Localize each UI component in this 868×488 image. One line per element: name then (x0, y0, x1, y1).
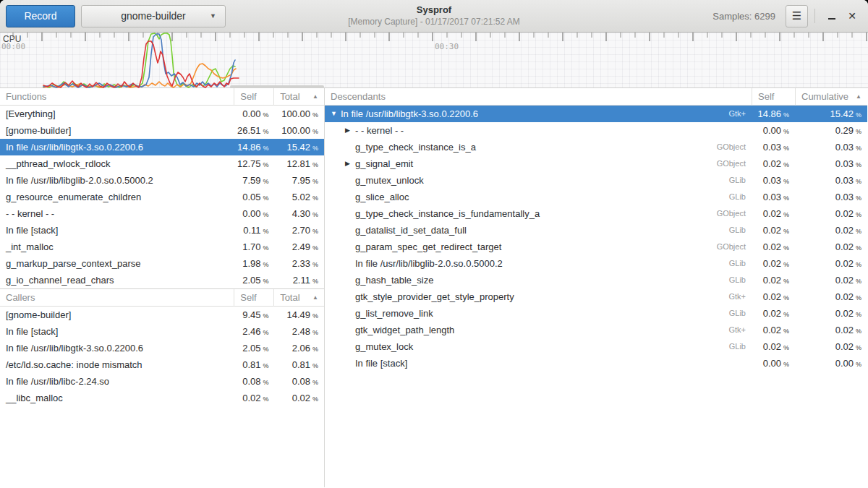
tree-row[interactable]: g_datalist_id_set_data_fullGLib0.02%0.02… (325, 222, 867, 239)
value: 0.03 (763, 142, 781, 153)
expander-collapsed-icon[interactable]: ▶ (345, 122, 355, 139)
value: 2.33 (292, 258, 310, 269)
column-header-callers[interactable]: Callers (0, 289, 234, 307)
tree-row[interactable]: In file [stack]0.00%0.00% (325, 355, 867, 372)
percent-value: 2.05% (234, 340, 274, 356)
tree-row[interactable]: ▶g_signal_emitGObject0.02%0.03% (325, 155, 867, 172)
descendant-label: g_hash_table_size (355, 272, 433, 288)
table-row[interactable]: In file /usr/lib/libgtk-3.so.0.2200.614.… (0, 139, 324, 155)
tree-row[interactable]: g_param_spec_get_redirect_targetGObject0… (325, 239, 867, 255)
tree-row[interactable]: In file /usr/lib/libglib-2.0.so.0.5000.2… (325, 255, 867, 272)
percent-sign: % (312, 379, 318, 386)
tree-row[interactable]: g_hash_table_sizeGLib0.02%0.02% (325, 272, 867, 288)
percent-sign: % (312, 346, 318, 353)
table-row[interactable]: __pthread_rwlock_rdlock12.75%12.81% (0, 155, 324, 172)
tree-row[interactable]: ▼In file /usr/lib/libgtk-3.so.0.2200.6Gt… (325, 106, 867, 122)
table-row[interactable]: [gnome-builder]9.45%14.49% (0, 307, 324, 323)
percent-sign: % (783, 128, 789, 135)
minimize-button[interactable] (822, 6, 842, 26)
column-header-total[interactable]: Total▲ (273, 289, 324, 307)
table-row[interactable]: In file [stack]0.11%2.70% (0, 222, 324, 239)
column-header-functions[interactable]: Functions (0, 88, 234, 106)
percent-value: 7.59% (234, 172, 274, 189)
menu-button[interactable]: ☰ (786, 5, 808, 27)
percent-sign: % (783, 211, 789, 218)
tree-row[interactable]: g_mutex_lockGLib0.02%0.02% (325, 338, 867, 355)
descendant-label: g_mutex_lock (355, 338, 413, 355)
cpu-green-line (43, 33, 235, 87)
table-row[interactable]: - - kernel - -0.00%4.30% (0, 205, 324, 222)
percent-value: 0.03% (795, 189, 867, 205)
close-button[interactable]: ✕ (842, 6, 862, 26)
record-button[interactable]: Record (6, 5, 75, 27)
cpu-graph[interactable]: CPU 00:00 00:30 (0, 33, 868, 88)
table-row[interactable]: g_io_channel_read_chars2.05%2.11% (0, 272, 324, 288)
table-row[interactable]: In file /usr/lib/libc-2.24.so0.08%0.08% (0, 373, 324, 390)
tree-row[interactable]: g_type_check_instance_is_aGObject0.03%0.… (325, 139, 867, 155)
expander-collapsed-icon[interactable]: ▶ (345, 155, 355, 172)
percent-value: 2.49% (274, 239, 324, 255)
tree-row[interactable]: gtk_widget_path_lengthGtk+0.02%0.02% (325, 322, 867, 338)
column-header-self[interactable]: Self (234, 289, 273, 307)
percent-sign: % (263, 362, 269, 369)
percent-sign: % (263, 312, 269, 320)
tree-row[interactable]: g_slice_allocGLib0.03%0.03% (325, 189, 867, 205)
value: 2.05 (242, 275, 260, 286)
graph-scrollbar-thumb[interactable] (230, 85, 324, 88)
value: 0.03 (763, 192, 781, 202)
table-row[interactable]: /etc/ld.so.cache: inode mismatch0.81%0.8… (0, 356, 324, 373)
percent-value: 4.30% (274, 205, 324, 222)
table-row[interactable]: [gnome-builder]26.51%100.00% (0, 122, 324, 139)
table-row[interactable]: g_resource_enumerate_children0.05%5.02% (0, 189, 324, 205)
value: 100.00 (281, 125, 310, 136)
cpu-graph-canvas[interactable] (0, 33, 868, 88)
table-row[interactable]: g_markup_parse_context_parse1.98%2.33% (0, 255, 324, 272)
headerbar-separator (814, 9, 815, 23)
expander-expanded-icon[interactable]: ▼ (331, 106, 341, 122)
value: 26.51 (237, 125, 261, 136)
library-tag: GLib (729, 272, 752, 288)
value: 15.42 (286, 142, 310, 153)
time-label-start: 00:00 (1, 42, 25, 51)
descendant-name: g_param_spec_get_redirect_targetGObject (325, 239, 752, 255)
tree-row[interactable]: gtk_style_provider_get_style_propertyGtk… (325, 288, 867, 305)
percent-value: 0.03% (752, 189, 795, 205)
tree-row[interactable]: g_mutex_unlockGLib0.03%0.03% (325, 172, 867, 189)
table-row[interactable]: _int_malloc1.70%2.49% (0, 239, 324, 255)
percent-sign: % (263, 178, 269, 185)
descendant-name: g_list_remove_linkGLib (325, 305, 752, 322)
library-tag: GObject (717, 205, 752, 222)
value: 1.70 (242, 241, 260, 252)
column-header-self[interactable]: Self (752, 88, 795, 106)
percent-value: 2.70% (274, 222, 324, 239)
percent-sign: % (856, 194, 861, 202)
table-row[interactable]: In file /usr/lib/libglib-2.0.so.0.5000.2… (0, 172, 324, 189)
percent-value: 12.81% (274, 155, 324, 172)
library-tag: GObject (717, 239, 752, 255)
percent-sign: % (263, 145, 269, 152)
process-selector-dropdown[interactable]: gnome-builder ▼ (81, 5, 226, 27)
column-header-self[interactable]: Self (234, 88, 273, 106)
hamburger-icon: ☰ (792, 9, 801, 22)
left-pane: Functions Self Total▲ [Everything]0.00%1… (0, 88, 325, 487)
column-header-total[interactable]: Total▲ (273, 88, 324, 106)
value: 0.29 (835, 125, 854, 136)
column-header-label: Total (280, 88, 299, 105)
percent-sign: % (783, 361, 789, 368)
table-row[interactable]: __libc_malloc0.02%0.02% (0, 390, 324, 406)
descendant-label: g_slice_alloc (355, 189, 409, 205)
column-header-cumulative[interactable]: Cumulative▲ (795, 88, 867, 106)
tree-row[interactable]: g_list_remove_linkGLib0.02%0.02% (325, 305, 867, 322)
value: 1.98 (242, 258, 260, 269)
tree-row[interactable]: ▶- - kernel - -0.00%0.29% (325, 122, 867, 139)
percent-sign: % (263, 395, 269, 403)
table-row[interactable]: In file /usr/lib/libgtk-3.so.0.2200.62.0… (0, 340, 324, 356)
tree-row[interactable]: g_type_check_instance_is_fundamentally_a… (325, 205, 867, 222)
percent-sign: % (856, 328, 861, 335)
function-name: In file [stack] (0, 222, 234, 239)
table-row[interactable]: In file [stack]2.46%2.48% (0, 323, 324, 340)
library-tag: GLib (729, 255, 752, 272)
column-header-descendants[interactable]: Descendants (325, 88, 752, 106)
value: 4.30 (292, 208, 310, 219)
table-row[interactable]: [Everything]0.00%100.00% (0, 106, 324, 122)
